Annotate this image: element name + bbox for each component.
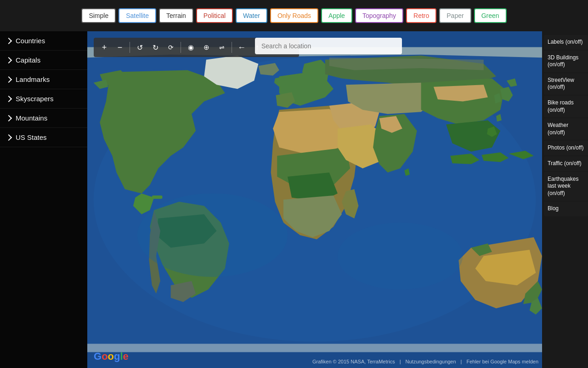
google-logo: Google (94, 351, 129, 362)
sidebar-arrow-us-states (6, 134, 12, 140)
map-style-btn-retro[interactable]: Retro (406, 8, 436, 23)
pan-left-button[interactable]: ← (235, 40, 249, 54)
map-style-btn-terrain[interactable]: Terrain (159, 8, 193, 23)
map-style-btn-apple[interactable]: Apple (321, 8, 352, 23)
world-map-svg (87, 31, 542, 368)
svg-point-5 (137, 193, 288, 277)
sidebar-item-mountains[interactable]: Mountains (0, 109, 87, 128)
copyright-text: Grafiken © 2015 NASA, TerraMetrics (312, 359, 395, 364)
sidebar: CountriesCapitalsLandmarksSkyscrapersMou… (0, 31, 87, 368)
sidebar-label-skyscrapers: Skyscrapers (16, 95, 54, 103)
sidebar-label-us-states: US States (16, 133, 47, 141)
sidebar-arrow-capitals (6, 57, 12, 63)
sidebar-item-us-states[interactable]: US States (0, 128, 87, 147)
right-panel-btn-bike-roads[interactable]: Bike roads (on/off) (544, 96, 588, 117)
map-background: + − ↺ ↻ ⟳ ◉ ⊕ ⇌ ← ↑ ↓ → (87, 31, 542, 368)
separator2: | (461, 359, 462, 364)
sidebar-item-skyscrapers[interactable]: Skyscrapers (0, 89, 87, 109)
sidebar-label-landmarks: Landmarks (16, 75, 50, 83)
map-style-bar: SimpleSatelliteTerrainPoliticalWaterOnly… (0, 0, 588, 31)
svg-point-6 (338, 223, 463, 289)
right-panel-btn-3d-buildings[interactable]: 3D Buildings (on/off) (544, 51, 588, 72)
separator: | (400, 359, 401, 364)
svg-rect-3 (152, 196, 163, 199)
map-container[interactable]: + − ↺ ↻ ⟳ ◉ ⊕ ⇌ ← ↑ ↓ → (87, 31, 542, 368)
shuffle-button[interactable]: ⇌ (215, 40, 229, 54)
right-panel-btn-labels[interactable]: Labels (on/off) (544, 35, 588, 50)
pin-button[interactable]: ◉ (184, 40, 198, 54)
sidebar-item-countries[interactable]: Countries (0, 31, 87, 51)
right-panel-btn-streetview[interactable]: StreetView (on/off) (544, 73, 588, 95)
right-panel-btn-traffic[interactable]: Traffic (on/off) (544, 156, 588, 171)
footer-bar: Grafiken © 2015 NASA, TerraMetrics | Nut… (312, 359, 538, 364)
locate-button[interactable]: ⊕ (199, 40, 213, 54)
right-panel-btn-photos[interactable]: Photos (on/off) (544, 141, 588, 155)
map-style-btn-green[interactable]: Green (474, 8, 507, 23)
sidebar-label-mountains: Mountains (16, 114, 47, 122)
right-panel: Labels (on/off)3D Buildings (on/off)Stre… (542, 31, 588, 368)
search-box (255, 38, 402, 54)
sidebar-item-landmarks[interactable]: Landmarks (0, 70, 87, 89)
reset-button[interactable]: ⟳ (164, 40, 178, 54)
main-area: CountriesCapitalsLandmarksSkyscrapersMou… (0, 31, 588, 368)
toolbar-divider-3 (232, 42, 232, 53)
toolbar-divider-1 (130, 42, 130, 53)
sidebar-label-countries: Countries (16, 37, 45, 45)
sidebar-arrow-mountains (6, 115, 12, 121)
map-style-btn-paper[interactable]: Paper (439, 8, 471, 23)
map-style-btn-water[interactable]: Water (236, 8, 267, 23)
map-style-btn-simple[interactable]: Simple (81, 8, 116, 23)
terms-link[interactable]: Nutzungsbedingungen (406, 359, 456, 364)
svg-rect-4 (87, 344, 542, 352)
report-link[interactable]: Fehler bei Google Maps melden (466, 359, 538, 364)
search-input[interactable] (255, 38, 402, 54)
right-panel-btn-blog[interactable]: Blog (544, 201, 588, 216)
map-style-btn-satellite[interactable]: Satellite (119, 8, 156, 23)
map-style-btn-only-roads[interactable]: Only Roads (270, 8, 318, 23)
sidebar-arrow-skyscrapers (6, 95, 12, 102)
sidebar-item-capitals[interactable]: Capitals (0, 51, 87, 70)
map-style-btn-political[interactable]: Political (196, 8, 233, 23)
right-panel-btn-weather[interactable]: Weather (on/off) (544, 118, 588, 140)
right-panel-btn-earthquakes[interactable]: Earthquakes last week (on/off) (544, 172, 588, 201)
map-style-btn-topography[interactable]: Topography (355, 8, 403, 23)
sidebar-arrow-countries (6, 37, 12, 44)
toolbar-divider-2 (181, 42, 181, 53)
zoom-out-button[interactable]: − (113, 40, 127, 54)
sidebar-label-capitals: Capitals (16, 56, 40, 64)
zoom-in-button[interactable]: + (97, 40, 111, 54)
rotate-right-button[interactable]: ↻ (148, 40, 162, 54)
rotate-left-button[interactable]: ↺ (133, 40, 147, 54)
sidebar-arrow-landmarks (6, 76, 12, 82)
